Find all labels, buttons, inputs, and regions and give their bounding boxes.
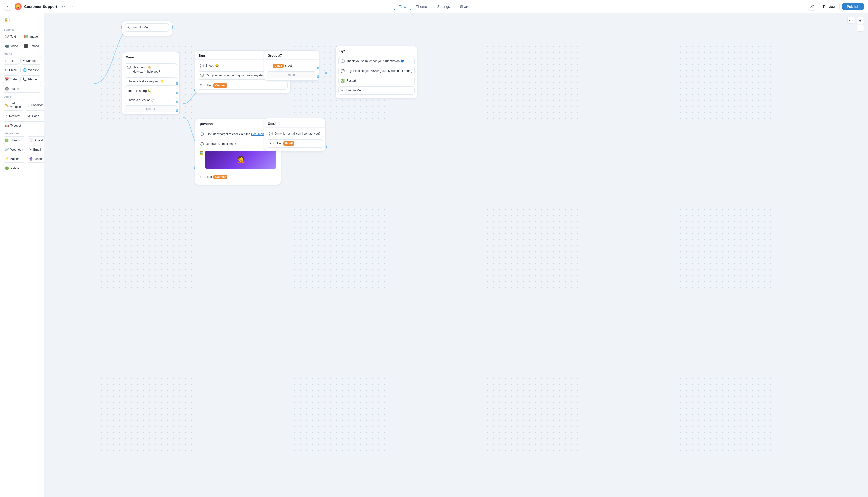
q-collect-icon: T	[200, 175, 202, 179]
chat-icon-menu: 💬	[127, 66, 131, 69]
menu-greeting-row: 💬 Hey friend 👋 How can I help you?	[124, 63, 177, 76]
menu-option-question[interactable]: I have a question ◌	[124, 96, 177, 104]
sidebar-item-makecom[interactable]: 🔮 Make.com	[27, 155, 44, 163]
inputs-grid: T Text # Number ✉ Email 🌐 Website 📅 Date…	[2, 57, 41, 93]
email-card-header: Email	[264, 118, 325, 128]
bye-row-4: ◎ Jump to Menu	[338, 86, 415, 95]
section-inputs: Inputs	[3, 52, 41, 55]
sidebar-item-analytics[interactable]: 📊 Analytics	[27, 136, 44, 144]
email-row-1: 💬 On which email can I contact you?	[267, 129, 323, 138]
menu-card[interactable]: Menu 💬 Hey friend 👋 How can I help you? …	[122, 52, 180, 115]
image-icon: 🖼️	[24, 35, 28, 39]
video-icon: 📹	[5, 44, 9, 48]
flow-canvas[interactable]: ⋯ + − ◎ Jump to Menu	[44, 13, 868, 497]
analytics-icon: 📊	[29, 138, 33, 142]
email-card-body: 💬 On which email can I contact you? ✉ Co…	[264, 128, 325, 151]
svg-point-0	[811, 5, 812, 6]
sidebar-item-text-input[interactable]: T Text	[2, 57, 19, 65]
back-button[interactable]: ←	[4, 2, 12, 11]
text-input-icon: T	[5, 59, 6, 62]
group7-default: Default	[267, 71, 317, 79]
content-badge-q: Content	[214, 175, 227, 179]
conn-dot-bug	[176, 91, 178, 94]
sidebar-item-sheets[interactable]: 📗 Sheets	[2, 136, 25, 144]
menu-default-box: Default	[124, 105, 177, 112]
sidebar-item-number[interactable]: # Number	[20, 57, 41, 65]
bye-header: Bye	[336, 46, 417, 55]
question-row-4: T Collect Content	[197, 173, 278, 181]
sidebar-item-condition[interactable]: ◇ Condition	[25, 100, 44, 111]
bye-card[interactable]: Bye 💬 Thank you so much for your submiss…	[336, 46, 417, 98]
group7-condition-row: ▽ Email is set	[267, 62, 317, 70]
code-icon: </>	[27, 115, 30, 117]
publish-button[interactable]: Publish	[842, 3, 864, 10]
group7-body: ▽ Email is set Default	[264, 60, 319, 81]
bubbles-grid: 💬 Text 🖼️ Image 📹 Video ⬛ Embed	[2, 33, 41, 50]
canvas-more-button[interactable]: ⋯	[848, 17, 854, 24]
sidebar-item-redirect[interactable]: ↗ Redirect	[2, 112, 23, 120]
bye-row-2: 💬 I'll get back to you ASAP (usually wit…	[338, 67, 415, 75]
undo-button[interactable]: ↩	[60, 3, 67, 10]
canvas-zoom-controls: + −	[857, 17, 864, 32]
conn-dot-feature	[176, 82, 178, 85]
bug-chat-icon-1: 💬	[200, 64, 204, 68]
sidebar-item-webhook[interactable]: 🔗 Webhook	[2, 146, 25, 153]
sidebar-item-website[interactable]: 🌐 Website	[20, 66, 41, 74]
zoom-in-button[interactable]: +	[857, 17, 864, 24]
pabbly-icon: 🟢	[5, 166, 9, 170]
sidebar-item-email-int[interactable]: ✉ Email	[27, 146, 44, 153]
group7-card[interactable]: Group #7 ▽ Email is set Default	[264, 50, 319, 81]
webhook-icon: 🔗	[5, 148, 9, 152]
tab-theme[interactable]: Theme	[411, 3, 432, 10]
lock-icon[interactable]: 🔒	[2, 16, 10, 23]
tab-share[interactable]: Share	[455, 3, 474, 10]
bye-row-3: ✅ Restart	[338, 77, 415, 85]
menu-option-bug[interactable]: There is a bug 🐛	[124, 87, 177, 95]
sidebar-item-image[interactable]: 🖼️ Image	[21, 33, 41, 41]
menu-option-feature[interactable]: I have a feature request ✨	[124, 77, 177, 86]
tab-settings[interactable]: Settings	[432, 3, 455, 10]
redirect-icon: ↗	[5, 114, 8, 118]
q-image-icon: 🖼️	[199, 151, 203, 155]
undo-redo-group: ↩ ↪	[60, 3, 75, 10]
people-icon[interactable]	[808, 2, 816, 11]
zoom-out-button[interactable]: −	[857, 25, 864, 32]
bye-restart-icon: ✅	[340, 79, 344, 83]
email-card[interactable]: Email 💬 On which email can I contact you…	[264, 118, 326, 152]
sidebar: Start 🔒 Bubbles 💬 Text 🖼️ Image 📹 Video …	[0, 13, 44, 497]
sidebar-item-date[interactable]: 📅 Date	[2, 75, 19, 83]
question-gif: 🤦	[205, 151, 277, 169]
sidebar-item-email[interactable]: ✉ Email	[2, 66, 19, 74]
bye-chat-icon-2: 💬	[340, 69, 344, 73]
sidebar-item-pabbly[interactable]: 🟢 Pabbly	[2, 164, 25, 172]
jump-to-menu-card[interactable]: ◎ Jump to Menu	[122, 20, 172, 36]
menu-card-body: 💬 Hey friend 👋 How can I help you? I hav…	[122, 61, 179, 114]
topbar-right: Preview Publish	[808, 2, 864, 11]
email-row-2: ✉ Collect Email	[267, 139, 323, 148]
conn-dot-default	[176, 110, 178, 112]
sidebar-item-embed[interactable]: ⬛ Embed	[21, 42, 41, 50]
website-icon: 🌐	[23, 68, 27, 72]
bug-row-3: T Collect Content	[197, 81, 288, 89]
redo-button[interactable]: ↪	[68, 3, 75, 10]
sidebar-item-button[interactable]: 🔘 Button	[2, 85, 42, 93]
sidebar-item-code[interactable]: </> Code	[25, 112, 44, 120]
tab-flow[interactable]: Flow	[394, 3, 411, 10]
sidebar-item-typebot[interactable]: 🤖 Typebot	[2, 122, 44, 129]
conn-dot-group7-right	[325, 72, 327, 74]
integrations-grid: 📗 Sheets 📊 Analytics 🔗 Webhook ✉ Email ⚡…	[2, 136, 41, 172]
topbar: ← 😊 Customer Support ↩ ↪ Flow Theme Sett…	[0, 0, 868, 13]
sidebar-item-set-variable[interactable]: ✏️ Set variable	[2, 100, 23, 111]
sidebar-item-text-bubble[interactable]: 💬 Text	[2, 33, 20, 41]
zapier-icon: ⚡	[5, 157, 9, 161]
preview-button[interactable]: Preview	[819, 3, 840, 10]
sidebar-item-zapier[interactable]: ⚡ Zapier	[2, 155, 25, 163]
sidebar-item-video[interactable]: 📹 Video	[2, 42, 20, 50]
sidebar-item-phone[interactable]: 📞 Phone	[20, 75, 41, 83]
text-bubble-icon: 💬	[5, 35, 9, 39]
nav-tabs: Flow Theme Settings Share	[394, 3, 474, 10]
jump-icon: ◎	[128, 26, 130, 29]
conn-dot-question	[176, 101, 178, 103]
email-input-icon: ✉	[5, 68, 8, 72]
makecom-icon: 🔮	[29, 157, 33, 161]
